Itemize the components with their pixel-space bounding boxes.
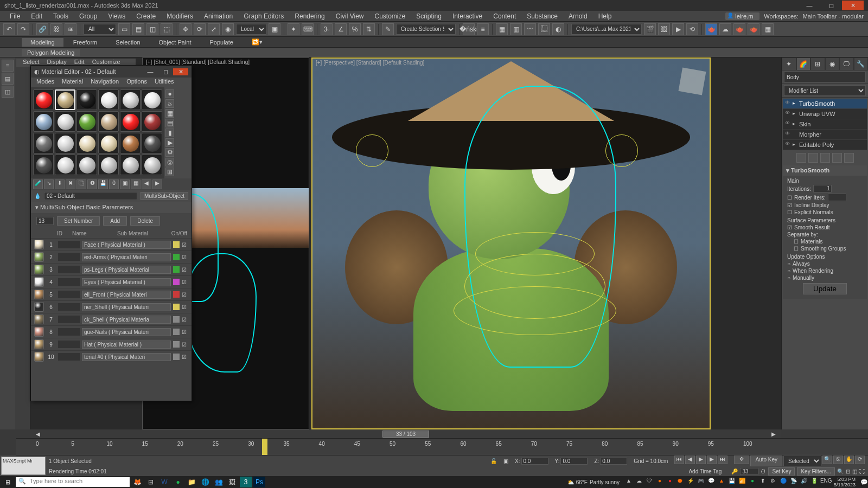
menu-tools[interactable]: Tools [48,11,74,21]
sample-type-button[interactable]: ● [165,89,174,98]
taskbar-teams-icon[interactable]: 👥 [213,477,225,487]
isoline-check[interactable] [787,202,792,208]
get-material-button[interactable]: 🧪 [33,179,43,189]
ribbon-sub-polygon[interactable]: Polygon Modeling [22,49,80,56]
tray-icon[interactable]: ☁ [635,478,643,486]
material-slot[interactable] [98,133,119,153]
sep-sg-check[interactable] [794,246,799,252]
prev-frame-button[interactable]: ◀ [685,455,695,464]
sub-material-row[interactable]: 4 Eyes ( Physical Material ) ☑ [31,275,192,288]
show-map-button[interactable]: ▣ [120,179,130,189]
smooth-result-check[interactable] [787,224,792,230]
tray-icon[interactable]: ▲ [717,478,726,486]
redo-button[interactable]: ↷ [17,23,29,35]
selection-filter[interactable]: All [84,24,116,35]
coord-y[interactable]: 0.0 [560,458,588,465]
add-sub-button[interactable]: Add [103,216,127,226]
render-setup-button[interactable]: 🎬 [644,23,656,35]
tray-icon[interactable]: ⬣ [676,478,685,486]
taskbar-spotify-icon[interactable]: ● [172,477,184,487]
mod-skin[interactable]: ▸Skin [783,119,867,130]
make-copy-button[interactable]: ⿻ [76,179,86,189]
material-editor-window[interactable]: ◐ Material Editor - 02 - Default — ◻ ✕ M… [30,65,192,401]
project-path[interactable]: C:\Users\...a Max 2021 [571,24,642,35]
snap-toggle-button[interactable]: 3▫ [321,23,333,35]
menu-civilview[interactable]: Civil View [330,11,369,21]
update-always-radio[interactable] [787,261,790,267]
tray-icon[interactable]: ▲ [624,478,633,486]
tray-icon[interactable]: 🛡 [645,478,654,486]
slots-layout-button[interactable]: ⊞ [165,168,174,176]
taskbar-photoshop-icon[interactable]: Ps [253,477,265,487]
close-button[interactable]: ✕ [842,1,864,10]
ribbon-tab-populate[interactable]: Populate [201,38,241,47]
nav-orbit-button[interactable]: ⟳ [855,455,865,464]
sub-material-row[interactable]: 7 ck_Shell ( Physical Materia ☑ [31,313,192,325]
select-object-button[interactable]: ▭ [118,23,130,35]
mod-turbosmooth[interactable]: ▸TurboSmooth [783,99,867,109]
sample-uv-button[interactable]: ▤ [165,119,174,127]
tray-icon[interactable]: 📡 [789,478,798,486]
tray-icon[interactable]: 🔊 [800,478,808,486]
tray-icon[interactable]: ● [666,478,674,486]
tray-icon[interactable]: 📶 [738,478,746,486]
params-rollup-header[interactable]: ▾ Multi/Sub-Object Basic Parameters [31,202,192,213]
menu-edit[interactable]: Edit [25,11,48,21]
material-editor-titlebar[interactable]: ◐ Material Editor - 02 - Default — ◻ ✕ [31,66,192,78]
sub-material-row[interactable]: 1 Face ( Physical Material ) ☑ [31,238,192,251]
material-slot[interactable] [142,89,162,110]
select-by-mat-button[interactable]: ◎ [165,158,174,166]
material-editor-maximize[interactable]: ◻ [158,68,173,75]
material-slot[interactable] [55,89,75,110]
tab-modify[interactable]: 🌈 [796,57,811,70]
ribbon-tab-selection[interactable]: Selection [107,38,149,47]
tray-notifications-icon[interactable]: 💬 [860,479,868,486]
mat-menu-utilities[interactable]: Utilities [151,78,177,87]
put-to-scene-button[interactable]: ↘ [44,179,54,189]
render-teapot2-button[interactable]: 🫖 [733,23,745,35]
viewport-layout-button[interactable]: ◫ [2,86,14,98]
make-preview-button[interactable]: ▶ [165,138,174,147]
select-name-button[interactable]: ▤ [132,23,144,35]
time-ruler[interactable]: 0510152025303540455055606570758085909510… [16,438,868,455]
next-frame-button[interactable]: ▶ [707,455,717,464]
modifier-stack[interactable]: ▸TurboSmooth ▸Unwrap UVW ▸Skin Morpher ▸… [783,99,867,150]
modifier-list[interactable]: Modifier List [784,85,866,96]
tab-motion[interactable]: ◉ [825,57,840,70]
taskbar-chrome-icon[interactable]: 🌐 [199,477,211,487]
material-slot[interactable] [120,133,141,153]
material-slot[interactable] [120,89,141,110]
tray-icon[interactable]: 💾 [727,478,736,486]
render-teapot3-button[interactable]: 🫖 [748,23,760,35]
unlink-button[interactable]: ⛓ [50,23,62,35]
viewcube[interactable] [679,68,706,95]
nav-zoomall-button[interactable]: 🔍 [837,468,844,474]
sub-material-row[interactable]: 3 ps-Legs ( Physical Material ☑ [31,263,192,275]
material-slot[interactable] [142,133,162,153]
viewport-left-label[interactable]: [+] [Shot_001] [Standard] [Default Shadi… [146,59,250,65]
mat-menu-material[interactable]: Material [59,78,86,87]
layer-explorer-button[interactable]: ▦ [496,23,508,35]
current-frame-field[interactable]: 33 [740,468,758,475]
material-slot[interactable] [98,111,119,132]
menu-customize[interactable]: Customize [369,11,411,21]
select-manipulate-button[interactable]: ✦ [288,23,299,35]
menu-interactive[interactable]: Interactive [447,11,488,21]
material-slot[interactable] [33,133,54,153]
sub-material-row[interactable]: 2 est-Arms ( Physical Materi ☑ [31,251,192,263]
mod-morpher[interactable]: Morpher [783,130,867,140]
make-unique2-button[interactable]: ❶ [87,179,97,189]
coord-x[interactable]: 0.0 [521,458,548,465]
material-editor-minimize[interactable]: — [143,68,158,75]
mat-menu-modes[interactable]: Modes [33,78,58,87]
tray-icon[interactable]: ⚙ [769,478,777,486]
menu-rendering[interactable]: Rendering [289,11,330,21]
show-end-button[interactable]: ▦ [131,179,141,189]
time-slider[interactable]: ◀ 33 / 103 ▶ [30,429,781,438]
backlight-button[interactable]: ☼ [165,99,174,108]
taskbar-photos-icon[interactable]: 🖼 [226,477,238,487]
taskbar-explorer-icon[interactable]: 📁 [186,477,197,487]
update-manual-radio[interactable] [787,275,790,281]
ribbon-tab-extras[interactable]: 🔁▾ [243,37,271,47]
render-button[interactable]: 🫖 [705,23,717,35]
